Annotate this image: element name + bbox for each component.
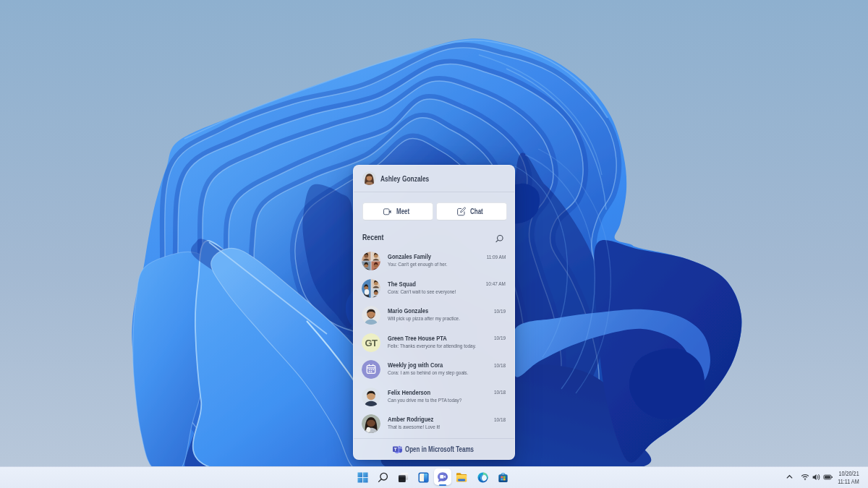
svg-text:GT: GT	[365, 337, 378, 348]
